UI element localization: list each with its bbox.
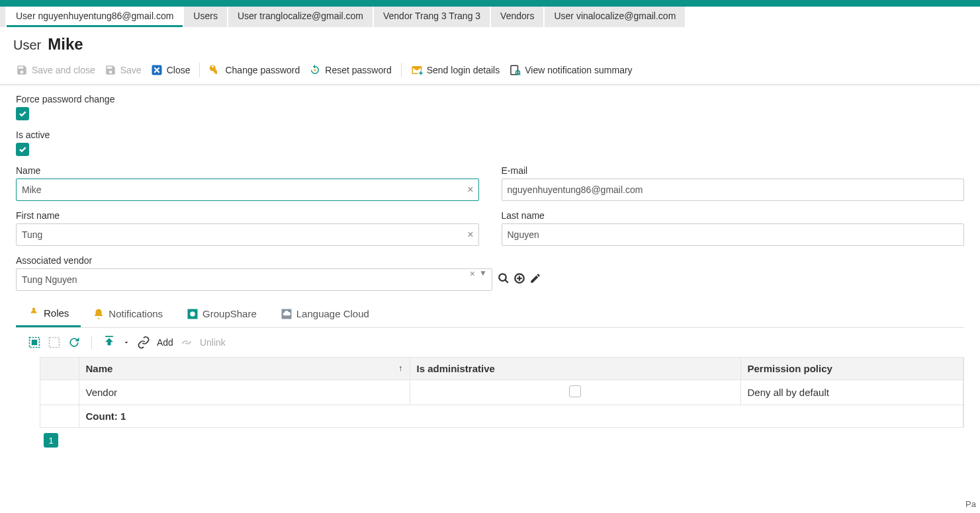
svg-rect-11 bbox=[50, 338, 60, 348]
separator bbox=[401, 63, 402, 77]
groupshare-icon bbox=[187, 308, 199, 320]
svg-point-1 bbox=[314, 69, 316, 71]
associated-vendor-label: Associated vendor bbox=[16, 255, 964, 266]
force-password-change-checkbox[interactable] bbox=[16, 107, 29, 120]
separator bbox=[91, 336, 92, 349]
tab-item[interactable]: Vendors bbox=[491, 7, 543, 27]
cell-name: Vendor bbox=[79, 380, 410, 405]
save-icon bbox=[105, 64, 116, 76]
sub-tab-roles[interactable]: Roles bbox=[16, 300, 81, 327]
col-selector[interactable] bbox=[40, 358, 79, 380]
unlink-icon bbox=[180, 336, 193, 349]
title-prefix: User bbox=[13, 38, 41, 53]
add-link-button[interactable]: Add bbox=[157, 337, 173, 348]
is-admin-checkbox[interactable] bbox=[569, 385, 581, 397]
save-button: Save bbox=[102, 63, 144, 77]
last-name-label: Last name bbox=[502, 210, 965, 221]
change-password-label: Change password bbox=[225, 65, 300, 75]
roles-grid: Name ↑ Is administrative Permission poli… bbox=[40, 357, 964, 428]
clear-icon[interactable]: × bbox=[467, 184, 473, 196]
select-none-icon[interactable] bbox=[48, 336, 61, 349]
edit-icon[interactable] bbox=[529, 272, 541, 287]
unlink-button: Unlink bbox=[200, 337, 226, 348]
page-title: User Mike bbox=[0, 27, 980, 59]
col-name[interactable]: Name ↑ bbox=[79, 358, 410, 380]
tab-item[interactable]: Vendor Trang 3 Trang 3 bbox=[374, 7, 490, 27]
count-label: Count: 1 bbox=[79, 405, 963, 428]
tabs-bar: User nguyenhuyentung86@gmail.com Users U… bbox=[0, 7, 980, 27]
close-button[interactable]: Close bbox=[148, 63, 193, 77]
email-label: E-mail bbox=[502, 165, 965, 176]
svg-point-4 bbox=[499, 274, 506, 281]
first-name-input[interactable] bbox=[16, 223, 479, 246]
send-login-details-button[interactable]: Send login details bbox=[408, 63, 503, 77]
save-label: Save bbox=[120, 65, 142, 75]
svg-rect-10 bbox=[32, 340, 37, 345]
close-label: Close bbox=[167, 65, 191, 75]
top-app-bar bbox=[0, 0, 980, 7]
table-row[interactable]: Vendor Deny all by default bbox=[40, 380, 963, 405]
title-name: Mike bbox=[48, 35, 83, 54]
sub-tab-label: Roles bbox=[44, 307, 69, 319]
clear-icon[interactable]: × bbox=[470, 268, 475, 279]
pager: 1 bbox=[16, 428, 964, 453]
page-number-button[interactable]: 1 bbox=[44, 433, 58, 448]
sub-tabs: Roles Notifications GroupShare Language … bbox=[16, 300, 964, 328]
save-icon bbox=[16, 64, 28, 76]
refresh-icon[interactable] bbox=[67, 336, 81, 349]
cell-is-admin bbox=[410, 380, 740, 405]
add-icon[interactable] bbox=[513, 272, 525, 287]
sub-tab-language-cloud[interactable]: Language Cloud bbox=[269, 300, 381, 327]
change-password-button[interactable]: Change password bbox=[206, 63, 302, 77]
form-area: Force password change Is active Name × E… bbox=[0, 85, 980, 462]
associated-vendor-input[interactable] bbox=[16, 268, 492, 291]
tab-item[interactable]: User nguyenhuyentung86@gmail.com bbox=[7, 7, 183, 27]
name-input[interactable] bbox=[16, 178, 479, 201]
force-password-change-label: Force password change bbox=[16, 94, 964, 104]
view-notification-summary-button[interactable]: View notification summary bbox=[506, 63, 635, 77]
grid-toolbar: Add Unlink bbox=[16, 328, 964, 357]
separator bbox=[199, 63, 200, 77]
action-bar: Save and close Save Close Change passwor… bbox=[0, 59, 980, 85]
col-name-label: Name bbox=[86, 363, 113, 374]
export-icon[interactable] bbox=[103, 336, 116, 349]
roles-icon bbox=[28, 307, 40, 319]
svg-point-7 bbox=[190, 311, 195, 317]
bell-icon bbox=[93, 308, 105, 320]
clear-icon[interactable]: × bbox=[467, 229, 473, 241]
sub-tab-groupshare[interactable]: GroupShare bbox=[175, 300, 269, 327]
save-and-close-label: Save and close bbox=[32, 65, 95, 75]
count-row: Count: 1 bbox=[40, 405, 963, 428]
col-is-admin[interactable]: Is administrative bbox=[410, 358, 740, 380]
save-and-close-button: Save and close bbox=[13, 63, 98, 77]
notification-summary-icon bbox=[509, 64, 521, 76]
search-icon[interactable] bbox=[498, 272, 510, 287]
col-policy[interactable]: Permission policy bbox=[740, 358, 963, 380]
sub-tab-label: Notifications bbox=[109, 308, 163, 319]
key-icon bbox=[209, 64, 221, 76]
export-caret-icon[interactable] bbox=[122, 336, 130, 349]
is-active-checkbox[interactable] bbox=[16, 143, 29, 156]
reset-password-label: Reset password bbox=[325, 65, 391, 75]
close-icon bbox=[151, 64, 163, 76]
cloud-icon bbox=[281, 308, 292, 320]
select-all-icon[interactable] bbox=[28, 336, 41, 349]
email-input[interactable] bbox=[502, 178, 965, 201]
sub-tab-label: GroupShare bbox=[202, 308, 257, 319]
tab-item[interactable]: User vinalocalize@gmail.com bbox=[545, 7, 685, 27]
view-notification-summary-label: View notification summary bbox=[525, 65, 632, 75]
mail-plus-icon bbox=[411, 64, 423, 76]
dropdown-caret-icon[interactable]: ▼ bbox=[479, 268, 487, 278]
sub-tab-notifications[interactable]: Notifications bbox=[81, 300, 175, 327]
name-label: Name bbox=[16, 165, 479, 176]
last-name-input[interactable] bbox=[502, 223, 965, 246]
tab-item[interactable]: User tranglocalize@gmail.com bbox=[228, 7, 373, 27]
link-icon[interactable] bbox=[137, 336, 150, 349]
tab-item[interactable]: Users bbox=[184, 7, 227, 27]
send-login-details-label: Send login details bbox=[427, 65, 500, 75]
reset-password-button[interactable]: Reset password bbox=[306, 63, 394, 77]
svg-rect-2 bbox=[511, 65, 518, 75]
sub-tab-label: Language Cloud bbox=[296, 308, 369, 319]
cell-policy: Deny all by default bbox=[740, 380, 963, 405]
is-active-label: Is active bbox=[16, 130, 964, 140]
